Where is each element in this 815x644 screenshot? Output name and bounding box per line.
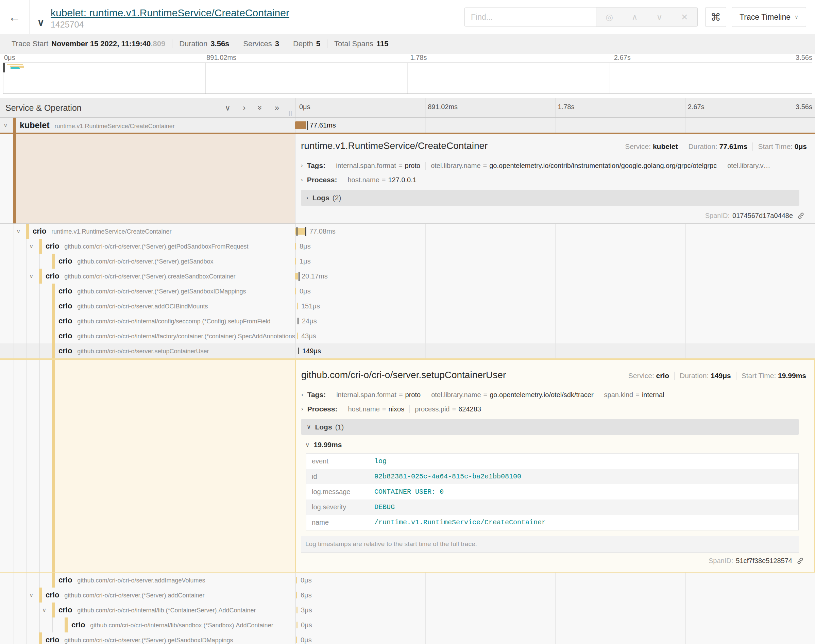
collapse-all-icon[interactable]: » [255, 106, 265, 110]
log-field-row: name /runtime.v1.RuntimeService/CreateCo… [306, 515, 798, 530]
process-row[interactable]: › Process: host.name=nixos process.pid=6… [301, 402, 807, 416]
collapse-children-icon[interactable]: ∨ [29, 592, 33, 599]
span-timeline-cell[interactable]: 77.61ms [295, 118, 815, 133]
trace-collapse-icon[interactable]: ∨ [37, 16, 44, 28]
span-row[interactable]: criogithub.com/cri-o/cri-o/server.addOCI… [0, 299, 815, 313]
detail-operation-title: github.com/cri-o/cri-o/server.setupConta… [301, 370, 506, 380]
span-timeline-cell[interactable]: 1μs [295, 254, 815, 268]
span-timeline-cell[interactable]: 3μs [295, 603, 815, 618]
trace-title-link[interactable]: kubelet: runtime.v1.RuntimeService/Creat… [51, 7, 290, 19]
viewport-drag-handle[interactable] [3, 63, 5, 72]
span-row[interactable]: criogithub.com/cri-o/cri-o/server.addIma… [0, 573, 815, 587]
log-entry-toggle[interactable]: ∨ 19.99ms [305, 438, 807, 452]
span-duration-label: 8μs [300, 242, 311, 250]
span-row[interactable]: ∨criogithub.com/cri-o/cri-o/server.(*Ser… [0, 587, 815, 603]
tree-guide [26, 328, 27, 343]
service-name: crio [58, 331, 72, 340]
span-timeline-cell[interactable]: 8μs [295, 239, 815, 254]
span-row[interactable]: criogithub.com/cri-o/cri-o/server.setupC… [0, 343, 815, 358]
span-timeline-cell[interactable]: 20.17ms [295, 268, 815, 284]
keyboard-shortcuts-button[interactable]: ⌘ [705, 7, 726, 27]
clear-search-icon[interactable]: ✕ [681, 12, 688, 22]
tree-guide [26, 268, 27, 284]
span-row[interactable]: criogithub.com/cri-o/cri-o/server.(*Serv… [0, 632, 815, 644]
back-button[interactable]: ← [0, 0, 29, 34]
span-name-cell[interactable]: criogithub.com/cri-o/cri-o/server.(*Serv… [0, 254, 295, 268]
span-name-cell[interactable]: ∨crioruntime.v1.RuntimeService/CreateCon… [0, 224, 295, 239]
span-timeline-cell[interactable]: 149μs [295, 343, 815, 358]
span-name-cell[interactable]: ∨criogithub.com/cri-o/cri-o/server.(*Ser… [0, 587, 295, 603]
process-row[interactable]: › Process: host.name=127.0.0.1 [301, 173, 807, 187]
tree-guide [26, 239, 27, 254]
next-result-icon[interactable]: ∨ [656, 12, 662, 22]
expand-one-icon[interactable]: › [243, 103, 245, 112]
span-name-cell[interactable]: criogithub.com/cri-o/cri-o/server.setupC… [0, 343, 295, 358]
tags-row[interactable]: › Tags: internal.span.format=proto otel.… [301, 158, 807, 173]
span-name-cell[interactable]: ∨criogithub.com/cri-o/cri-o/server.(*Ser… [0, 239, 295, 254]
collapse-one-icon[interactable]: ∨ [225, 103, 231, 112]
span-id-value: 0174567d17a0448e [732, 212, 793, 220]
copy-link-icon[interactable] [797, 212, 805, 220]
service-color-bar [52, 360, 55, 572]
span-row[interactable]: ∨criogithub.com/cri-o/cri-o/internal/lib… [0, 603, 815, 618]
span-row[interactable]: criogithub.com/cri-o/cri-o/internal/lib/… [0, 618, 815, 632]
operation-name: github.com/cri-o/cri-o/server.(*Server).… [64, 592, 204, 599]
span-row[interactable]: ∨crioruntime.v1.RuntimeService/CreateCon… [0, 224, 815, 239]
span-timeline-cell[interactable]: 0μs [295, 284, 815, 299]
span-name-cell[interactable]: ∨criogithub.com/cri-o/cri-o/internal/lib… [0, 603, 295, 618]
collapse-children-icon[interactable]: ∨ [16, 228, 20, 235]
span-duration-label: 0μs [300, 287, 311, 295]
view-dropdown-label: Trace Timeline [740, 12, 790, 22]
span-timeline-cell[interactable]: 77.08ms [295, 224, 815, 239]
span-timeline-cell[interactable]: 151μs [295, 299, 815, 313]
collapse-children-icon[interactable]: ∨ [42, 607, 46, 614]
tags-row[interactable]: › Tags: internal.span.format=proto otel.… [301, 388, 807, 402]
collapse-children-icon[interactable]: ∨ [3, 122, 8, 129]
span-row[interactable]: ∨criogithub.com/cri-o/cri-o/server.(*Ser… [0, 239, 815, 254]
span-name-cell[interactable]: ∨criogithub.com/cri-o/cri-o/server.(*Ser… [0, 268, 295, 284]
span-name-cell[interactable]: criogithub.com/cri-o/cri-o/internal/fact… [0, 328, 295, 343]
collapse-children-icon[interactable]: ∨ [29, 273, 33, 280]
span-name-cell[interactable]: criogithub.com/cri-o/cri-o/server.addIma… [0, 573, 295, 587]
span-timeline-cell[interactable]: 6μs [295, 587, 815, 603]
span-timeline-cell[interactable]: 0μs [295, 632, 815, 644]
logs-toggle[interactable]: › Logs (2) [301, 190, 800, 206]
span-timeline-cell[interactable]: 24μs [295, 313, 815, 328]
span-name-cell[interactable]: criogithub.com/cri-o/cri-o/server.addOCI… [0, 299, 295, 313]
logs-toggle[interactable]: ∨ Logs (1) [301, 419, 799, 435]
tree-guide [26, 254, 27, 268]
find-input[interactable] [465, 8, 596, 26]
span-name-cell[interactable]: ∨kubeletruntime.v1.RuntimeService/Create… [0, 118, 295, 133]
expand-all-icon[interactable]: » [275, 103, 279, 112]
command-icon: ⌘ [711, 11, 721, 23]
locate-icon[interactable]: ◎ [605, 12, 613, 22]
span-row[interactable]: criogithub.com/cri-o/cri-o/internal/conf… [0, 313, 815, 328]
service-color-bar [52, 573, 55, 587]
span-name-cell[interactable]: criogithub.com/cri-o/cri-o/internal/conf… [0, 313, 295, 328]
span-timeline-cell[interactable]: 43μs [295, 328, 815, 343]
span-row[interactable]: criogithub.com/cri-o/cri-o/server.(*Serv… [0, 284, 815, 299]
span-timeline-cell[interactable]: 0μs [295, 618, 815, 632]
span-row[interactable]: criogithub.com/cri-o/cri-o/server.(*Serv… [0, 254, 815, 268]
span-name-cell[interactable]: criogithub.com/cri-o/cri-o/server.(*Serv… [0, 284, 295, 299]
service-operation-header: Service & Operation ∨ › » » || [0, 98, 295, 117]
span-row[interactable]: criogithub.com/cri-o/cri-o/internal/fact… [0, 328, 815, 343]
view-dropdown-button[interactable]: Trace Timeline ∨ [732, 7, 806, 27]
log-marker-tick [297, 227, 297, 236]
trace-minimap[interactable] [3, 63, 812, 94]
tree-guide [14, 313, 14, 328]
detail-duration: Duration: 149μs [674, 372, 736, 380]
column-resizer-handle[interactable]: || [289, 110, 293, 116]
span-name-cell[interactable]: criogithub.com/cri-o/cri-o/server.(*Serv… [0, 632, 295, 644]
span-name-cell[interactable]: criogithub.com/cri-o/cri-o/internal/lib/… [0, 618, 295, 632]
span-row[interactable]: ∨kubeletruntime.v1.RuntimeService/Create… [0, 118, 815, 133]
detail-body: github.com/cri-o/cri-o/server.setupConta… [295, 360, 815, 572]
span-row[interactable]: ∨criogithub.com/cri-o/cri-o/server.(*Ser… [0, 268, 815, 284]
span-timeline-cell[interactable]: 0μs [295, 573, 815, 587]
spanid-row: SpanID: 51cf7f38e5128574 [301, 553, 804, 569]
collapse-children-icon[interactable]: ∨ [29, 243, 33, 250]
ruler-tick: 0μs [299, 103, 310, 111]
span-duration-bar [298, 348, 299, 354]
copy-link-icon[interactable] [796, 557, 804, 565]
prev-result-icon[interactable]: ∧ [631, 12, 637, 22]
